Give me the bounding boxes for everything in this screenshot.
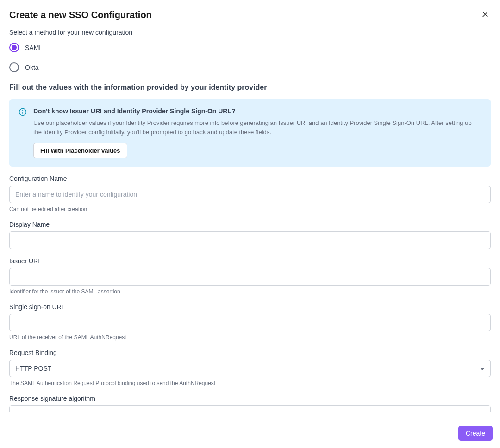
response-sig-alg-value: SHA256 [15,411,39,412]
method-radio-group: SAML Okta [9,43,491,72]
sso-url-label: Single sign-on URL [9,303,491,311]
chevron-down-icon [480,411,485,412]
section-heading: Fill out the values with the information… [9,83,491,92]
response-sig-alg-select[interactable]: SHA256 [9,405,491,412]
info-description: Use our placeholder values if your Ident… [33,118,481,137]
request-binding-select[interactable]: HTTP POST [9,360,491,377]
placeholder-info-box: Don't know Issuer URI and Identity Provi… [9,99,491,167]
request-binding-hint: The SAML Authentication Request Protocol… [9,380,491,386]
response-sig-alg-label: Response signature algorithm [9,395,491,402]
request-binding-value: HTTP POST [15,365,51,372]
sso-url-input[interactable] [9,314,491,331]
issuer-uri-label: Issuer URI [9,257,491,265]
modal-title: Create a new SSO Configuration [9,10,152,20]
close-button[interactable] [480,9,491,20]
display-name-input[interactable] [9,231,491,249]
chevron-down-icon [480,365,485,372]
radio-option-okta[interactable]: Okta [9,62,491,72]
request-binding-label: Request Binding [9,349,491,356]
config-name-hint: Can not be edited after creation [9,206,491,212]
radio-icon-checked [9,43,19,52]
config-name-input[interactable] [9,186,491,203]
info-title: Don't know Issuer URI and Identity Provi… [33,107,481,115]
fill-placeholder-button[interactable]: Fill With Placeholder Values [33,143,127,158]
close-icon [481,10,489,20]
display-name-label: Display Name [9,221,491,228]
create-button[interactable]: Create [458,426,493,441]
config-name-label: Configuration Name [9,175,491,182]
issuer-uri-input[interactable] [9,268,491,286]
radio-label-saml: SAML [25,44,43,51]
radio-icon-unchecked [9,62,19,72]
issuer-uri-hint: Identifier for the issuer of the SAML as… [9,288,491,295]
sso-url-hint: URL of the receiver of the SAML AuthNReq… [9,334,491,341]
svg-point-4 [23,110,23,111]
radio-option-saml[interactable]: SAML [9,43,491,52]
info-icon [19,108,27,116]
radio-label-okta: Okta [25,64,39,71]
method-subtitle: Select a method for your new configurati… [9,29,491,36]
